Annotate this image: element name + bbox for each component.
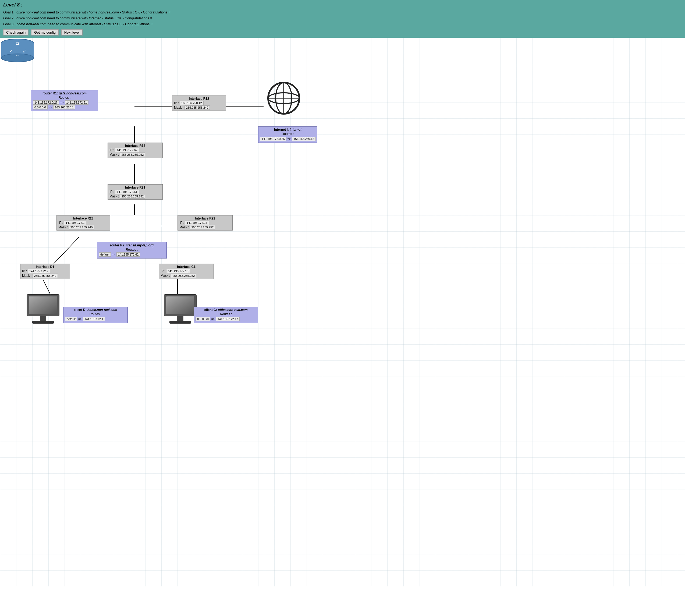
internet-i-routes-label: Routes : [260, 132, 315, 136]
router-r1-title: router R1: gate.non-real.com [33, 91, 96, 95]
interface-r12-ip: IP : 163.166.250.12 [174, 101, 224, 105]
svg-rect-32 [40, 316, 46, 321]
internet-i-box: internet I: Internet Routes : 141.195.17… [258, 127, 317, 143]
check-again-button[interactable]: Check again [3, 29, 28, 36]
router-r2-title: router R2: transit.my-isp.org [99, 243, 165, 247]
svg-line-6 [54, 237, 79, 264]
interface-c1-title: Interface C1 [160, 265, 212, 269]
goals-section: Goal 1 : office.non-real.com need to com… [3, 9, 682, 27]
globe-icon [266, 81, 301, 116]
goal-2: Goal 2 : office.non-real.com need to com… [3, 15, 682, 21]
interface-c1-mask: Mask : 255.255.255.252 [160, 274, 212, 278]
interface-r12-box: Interface R12 IP : 163.166.250.12 Mask :… [172, 95, 226, 111]
client-d-routes-label: Routes : [65, 312, 126, 316]
internet-i-title: internet I: Internet [260, 128, 315, 132]
svg-rect-36 [177, 316, 183, 321]
router-r1-route-0: 141.195.172.0/27 => 141.195.172.61 [33, 100, 96, 105]
internet-route0-next: 163.166.250.12 [292, 137, 316, 141]
svg-rect-33 [32, 321, 54, 324]
internet-i-route-0: 141.195.172.0/26 => 163.166.250.12 [260, 137, 315, 141]
internet-route0-dest: 141.195.172.0/26 [260, 137, 286, 141]
interface-c1-ip: IP : 141.195.172.18 [160, 269, 212, 273]
router-r1-routes-label: Routes : [33, 96, 96, 100]
get-config-button[interactable]: Get my config [31, 29, 59, 36]
client-d-route-0: default => 141.195.172.1 [65, 317, 126, 321]
goal-3: Goal 3 : home.non-real.com need to commu… [3, 21, 682, 27]
client-c-box: client C: office.non-real.com Routes : 0… [194, 307, 258, 323]
interface-c1-box: Interface C1 IP : 141.195.172.18 Mask : … [159, 264, 214, 279]
interface-r22-title: Interface R22 [179, 217, 231, 220]
goal-1: Goal 1 : office.non-real.com need to com… [3, 9, 682, 15]
r2-route0-next: 141.195.172.62 [116, 252, 140, 257]
interface-r13-box: Interface R13 IP : 141.195.172.62 Mask :… [108, 142, 163, 158]
svg-text:↗: ↗ [9, 49, 13, 53]
svg-text:↔: ↔ [15, 53, 20, 57]
interface-r13-ip: IP : 141.195.172.62 [109, 148, 161, 152]
network-canvas: ⇄ ↗ ↙ ↔ router R1: gate.non-real.com Rou… [0, 38, 685, 587]
interface-r21-mask: Mask : 255.255.255.252 [109, 195, 161, 198]
r1-route1-next: 163.166.250.1 [53, 105, 75, 109]
r1-route0-next: 141.195.172.61 [65, 100, 88, 105]
interface-r22-ip: IP : 141.195.172.17 [179, 221, 231, 225]
client-c-route0-next: 141.195.172.17 [216, 317, 240, 321]
interface-r13-mask: Mask : 255.255.255.252 [109, 153, 161, 157]
action-buttons: Check again Get my config Next level [3, 29, 682, 36]
interface-d1-title: Interface D1 [22, 265, 68, 269]
interface-r22-mask: Mask : 255.255.255.252 [179, 225, 231, 229]
r1-route0-dest: 141.195.172.0/27 [33, 100, 59, 105]
svg-text:↙: ↙ [23, 49, 26, 53]
interface-d1-ip: IP : 141.195.172.2 [22, 269, 68, 273]
next-level-button[interactable]: Next level [61, 29, 83, 36]
interface-r21-ip: IP : 141.195.172.61 [109, 190, 161, 194]
computer-d-icon [22, 293, 65, 329]
svg-text:⇄: ⇄ [16, 41, 20, 46]
interface-r21-box: Interface R21 IP : 141.195.172.61 Mask :… [108, 184, 163, 200]
router-r1-route-1: 0.0.0.0/0 => 163.166.250.1 [33, 105, 96, 109]
router-r1-box: router R1: gate.non-real.com Routes : 14… [31, 90, 98, 111]
client-c-route0-dest: 0.0.0.0/0 [196, 317, 210, 321]
router-r2-routes-label: Routes : [99, 248, 165, 251]
client-d-box: client D: home.non-real.com Routes : def… [63, 307, 128, 323]
interface-d1-mask: Mask : 255.255.255.240 [22, 274, 68, 278]
interface-r22-box: Interface R22 IP : 141.195.172.17 Mask :… [177, 215, 233, 230]
client-c-route-0: 0.0.0.0/0 => 141.195.172.17 [196, 317, 256, 321]
svg-rect-37 [170, 321, 191, 324]
r1-route1-dest: 0.0.0.0/0 [33, 105, 48, 109]
svg-rect-31 [29, 296, 57, 314]
level-title: Level 8 : [3, 2, 682, 8]
r2-route0-dest: default [99, 252, 111, 257]
interface-r23-mask: Mask : 255.255.255.240 [58, 225, 108, 229]
interface-r23-ip: IP : 141.195.172.1 [58, 221, 108, 225]
interface-r12-title: Interface R12 [174, 97, 224, 101]
client-c-routes-label: Routes : [196, 312, 256, 316]
router-r2-box: router R2: transit.my-isp.org Routes : d… [97, 242, 167, 259]
client-d-title: client D: home.non-real.com [65, 308, 126, 312]
interface-r12-mask: Mask : 255.255.255.240 [174, 106, 224, 109]
router-r2-route-0: default => 141.195.172.62 [99, 252, 165, 257]
client-d-route0-dest: default [65, 317, 77, 321]
interface-r13-title: Interface R13 [109, 144, 161, 148]
svg-rect-35 [166, 296, 194, 314]
interface-d1-box: Interface D1 IP : 141.195.172.2 Mask : 2… [20, 264, 70, 279]
router-r2-icon: ⇄ ↗ ↙ ↔ [0, 38, 35, 65]
client-c-title: client C: office.non-real.com [196, 308, 256, 312]
interface-r21-title: Interface R21 [109, 185, 161, 190]
interface-r23-title: Interface R23 [58, 217, 108, 220]
header: Level 8 : Goal 1 : office.non-real.com n… [0, 0, 685, 38]
interface-r23-box: Interface R23 IP : 141.195.172.1 Mask : … [57, 215, 110, 230]
client-d-route0-next: 141.195.172.1 [83, 317, 105, 321]
